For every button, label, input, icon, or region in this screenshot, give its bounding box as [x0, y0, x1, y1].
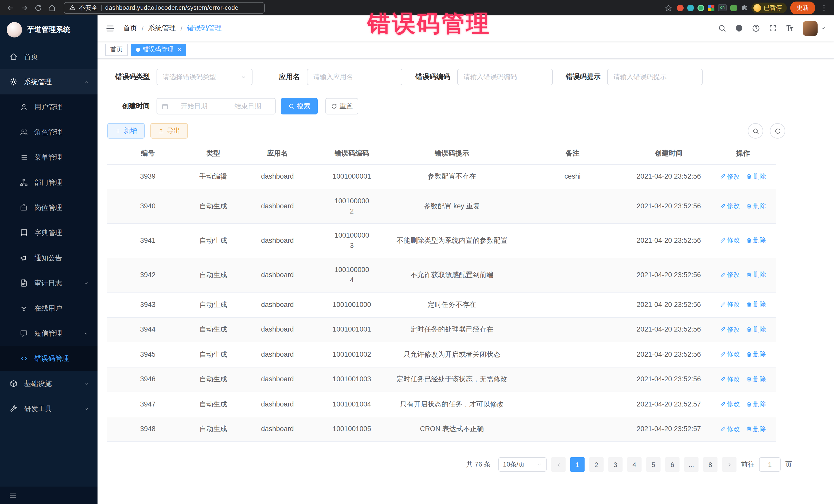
home-icon — [10, 53, 18, 61]
tag-close-icon[interactable]: ✕ — [177, 47, 181, 52]
table-cell: 自动生成 — [189, 223, 238, 258]
extensions-puzzle-icon[interactable] — [741, 4, 748, 11]
breadcrumb-item[interactable]: 首页 — [123, 24, 137, 33]
reset-button[interactable]: 重置 — [325, 98, 358, 114]
search-button-label: 搜索 — [297, 102, 310, 111]
extension-red-icon[interactable] — [677, 4, 684, 11]
add-button[interactable]: 新增 — [107, 123, 145, 138]
sidebar-item-notice-announcement[interactable]: 通知公告 — [0, 245, 97, 270]
sidebar-item-online-users[interactable]: 在线用户 — [0, 295, 97, 321]
page-button-2[interactable]: 2 — [589, 457, 603, 472]
sidebar-collapse-bar[interactable] — [0, 486, 97, 504]
delete-link[interactable]: 删除 — [746, 399, 766, 409]
bookmark-star-icon[interactable] — [663, 4, 673, 12]
goto-page-input[interactable] — [759, 457, 781, 472]
browser-home-icon[interactable] — [47, 4, 57, 12]
sidebar-item-error-code-management[interactable]: 错误码管理 — [0, 346, 97, 371]
delete-link[interactable]: 删除 — [746, 201, 766, 211]
next-page-button[interactable] — [722, 457, 737, 472]
edit-link[interactable]: 修改 — [720, 399, 740, 409]
sidebar-item-user-management[interactable]: 用户管理 — [0, 94, 97, 119]
sidebar-item-system-management[interactable]: 系统管理 — [0, 69, 97, 94]
export-button[interactable]: 导出 — [150, 123, 188, 138]
delete-link[interactable]: 删除 — [746, 324, 766, 334]
sidebar-item-dict-management[interactable]: 字典管理 — [0, 220, 97, 245]
prev-page-button[interactable] — [551, 457, 566, 472]
user-avatar[interactable] — [803, 21, 817, 36]
profile-paused-badge[interactable]: 已暂停 — [751, 2, 787, 13]
edit-link[interactable]: 修改 — [720, 171, 740, 181]
error-hint-input[interactable]: 请输入错误码提示 — [607, 69, 703, 85]
sidebar-item-post-management[interactable]: 岗位管理 — [0, 195, 97, 220]
sidebar-item-role-management[interactable]: 角色管理 — [0, 119, 97, 145]
delete-link[interactable]: 删除 — [746, 235, 766, 246]
table-cell — [517, 189, 628, 223]
extension-grid-icon[interactable] — [708, 4, 715, 11]
search-icon[interactable] — [718, 24, 726, 32]
browser-update-button[interactable]: 更新 — [790, 1, 815, 14]
breadcrumb-item[interactable]: 系统管理 — [148, 24, 176, 33]
edit-link[interactable]: 修改 — [720, 299, 740, 309]
more-pages-button[interactable]: ... — [684, 457, 699, 472]
tag-item[interactable]: 首页 — [105, 43, 128, 56]
page-button-8[interactable]: 8 — [703, 457, 718, 472]
app-name-input[interactable]: 请输入应用名 — [307, 69, 402, 85]
sidebar-item-menu-management[interactable]: 菜单管理 — [0, 145, 97, 170]
caret-down-icon[interactable] — [821, 26, 826, 31]
browser-menu-icon[interactable] — [819, 4, 829, 12]
sidebar-item-dept-management[interactable]: 部门管理 — [0, 170, 97, 195]
delete-link[interactable]: 删除 — [746, 270, 766, 280]
fullscreen-icon[interactable] — [769, 24, 777, 32]
browser-reload-icon[interactable] — [33, 4, 43, 12]
toggle-search-button[interactable] — [748, 123, 763, 138]
error-code-input[interactable]: 请输入错误码编码 — [457, 69, 553, 85]
font-size-icon[interactable] — [786, 24, 794, 32]
page-button-6[interactable]: 6 — [665, 457, 680, 472]
edit-link[interactable]: 修改 — [720, 349, 740, 359]
hamburger-icon[interactable] — [106, 24, 114, 32]
delete-link[interactable]: 删除 — [746, 374, 766, 384]
delete-link[interactable]: 删除 — [746, 349, 766, 359]
refresh-table-button[interactable] — [770, 123, 785, 138]
search-button[interactable]: 搜索 — [281, 98, 318, 114]
delete-link[interactable]: 删除 — [746, 171, 766, 181]
extension-leaf-icon[interactable] — [730, 4, 737, 11]
edit-link[interactable]: 修改 — [720, 201, 740, 211]
sidebar-item-audit-log[interactable]: 审计日志 — [0, 270, 97, 295]
page-button-4[interactable]: 4 — [627, 457, 641, 472]
tag-label: 错误码管理 — [143, 45, 174, 54]
sidebar-item-sms-management[interactable]: 短信管理 — [0, 321, 97, 346]
extension-teal-icon[interactable] — [687, 4, 694, 11]
table-cell: 3946 — [107, 367, 189, 392]
edit-link[interactable]: 修改 — [720, 235, 740, 246]
page-size-select[interactable]: 10条/页 — [498, 457, 547, 472]
delete-link[interactable]: 删除 — [746, 424, 766, 434]
table-header-row: 编号类型应用名错误码编码错误码提示备注创建时间操作 — [107, 143, 776, 164]
page-button-3[interactable]: 3 — [608, 457, 622, 472]
edit-link[interactable]: 修改 — [720, 374, 740, 384]
extension-green-icon[interactable] — [698, 4, 704, 11]
create-time-range-picker[interactable]: 开始日期 - 结束日期 — [156, 98, 276, 114]
sidebar-logo[interactable]: 芋道管理系统 — [0, 15, 97, 44]
address-bar[interactable]: 不安全 dashboard.yudao.iocoder.cn/system/er… — [64, 2, 265, 14]
browser-forward-icon[interactable] — [19, 4, 29, 12]
sidebar-item-home[interactable]: 首页 — [0, 44, 97, 69]
extension-on-badge-icon[interactable]: on — [718, 4, 727, 11]
github-icon[interactable] — [735, 24, 743, 32]
table-row: 3940自动生成dashboard1001000002参数配置 key 重复20… — [107, 189, 776, 223]
edit-link[interactable]: 修改 — [720, 324, 740, 334]
delete-icon — [746, 376, 752, 382]
edit-link[interactable]: 修改 — [720, 424, 740, 434]
sidebar-item-dev-tools[interactable]: 研发工具 — [0, 396, 97, 421]
error-type-select[interactable]: 请选择错误码类型 — [156, 69, 253, 85]
table-cell: dashboard — [238, 258, 317, 292]
delete-link[interactable]: 删除 — [746, 299, 766, 309]
browser-back-icon[interactable] — [5, 4, 15, 12]
column-header: 类型 — [189, 143, 238, 164]
page-button-5[interactable]: 5 — [646, 457, 660, 472]
page-button-1[interactable]: 1 — [570, 457, 585, 472]
sidebar-item-infrastructure[interactable]: 基础设施 — [0, 371, 97, 396]
edit-link[interactable]: 修改 — [720, 270, 740, 280]
tag-active[interactable]: 错误码管理✕ — [131, 43, 186, 56]
help-icon[interactable] — [752, 24, 760, 32]
